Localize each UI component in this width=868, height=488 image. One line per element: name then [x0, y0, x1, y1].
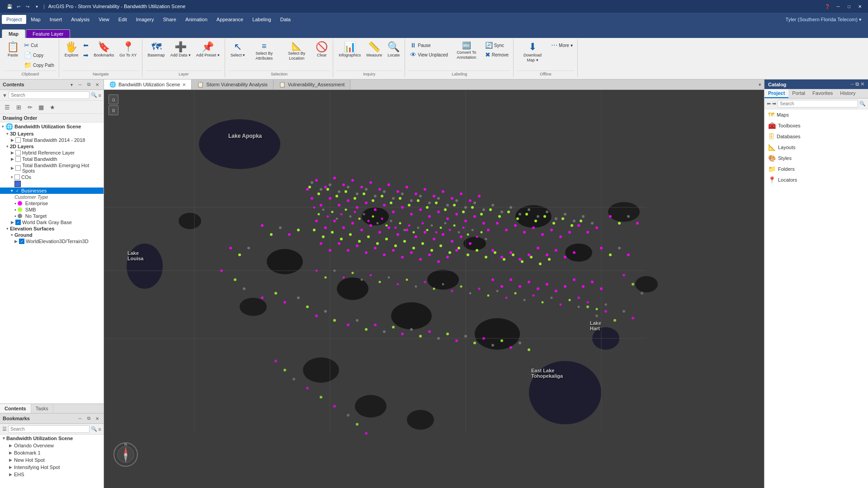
clear-btn[interactable]: 🚫 Clear	[313, 41, 330, 59]
view-unplaced-btn[interactable]: 👁 View Unplaced	[408, 50, 450, 59]
back-btn[interactable]: ⬅	[81, 41, 90, 50]
contents-float-btn[interactable]: ⧉	[85, 81, 92, 88]
catalog-search-icon[interactable]: 🔍	[859, 101, 866, 107]
menu-edit[interactable]: Edit	[114, 15, 132, 24]
qa-save[interactable]: 💾	[5, 2, 14, 10]
tab-bandwidth-scene[interactable]: 🌐 Bandwidth Utilization Scene ✕	[104, 80, 192, 89]
bookmarks-menu-icon[interactable]: ≡	[99, 427, 101, 432]
minimize-btn[interactable]: ─	[834, 2, 843, 10]
locate-btn[interactable]: 🔍 Locate	[385, 41, 402, 59]
ct-chart-btn[interactable]: ★	[47, 102, 57, 112]
catalog-styles[interactable]: 🎨 Styles	[764, 153, 868, 164]
bookmark-bookmark1[interactable]: ▶ Bookmark 1	[0, 449, 104, 456]
tab-tasks[interactable]: Tasks	[31, 404, 53, 413]
ct-table-btn[interactable]: ▦	[36, 102, 46, 112]
explore-btn[interactable]: 🖐 Explore	[62, 41, 81, 59]
expand-icon-hr[interactable]: ▶	[11, 150, 14, 155]
catalog-tab-project[interactable]: Project	[764, 89, 788, 98]
catalog-folders[interactable]: 📁 Folders	[764, 164, 868, 174]
copy-btn[interactable]: 📄 Copy	[22, 51, 56, 60]
remove-btn[interactable]: ✖ Remove	[483, 50, 510, 59]
catalog-minimize-btn[interactable]: ─	[850, 81, 854, 87]
cut-btn[interactable]: ✂ Cut	[22, 41, 56, 50]
layer-check-tb2[interactable]	[15, 156, 21, 162]
nav-home-btn[interactable]: ⌂	[108, 94, 118, 104]
paste-btn[interactable]: 📋 Paste	[5, 41, 21, 59]
expand-icon-gr[interactable]: ▾	[11, 233, 13, 237]
expand-icon-tbh[interactable]: ▶	[11, 166, 14, 170]
forward-btn[interactable]: ➡	[81, 51, 90, 60]
expand-icon-tb2[interactable]: ▶	[11, 157, 14, 161]
contents-close-btn[interactable]: ✕	[94, 81, 101, 88]
menu-imagery[interactable]: Imagery	[132, 15, 159, 24]
expand-icon-tbw[interactable]: ▶	[11, 138, 14, 142]
layer-check-hr[interactable]	[15, 150, 21, 155]
expand-icon[interactable]: ▾	[2, 124, 4, 129]
bookmark-new-hot-spot[interactable]: ▶ New Hot Spot	[0, 456, 104, 464]
catalog-back-icon[interactable]: ⬅	[767, 101, 771, 107]
catalog-toolboxes[interactable]: 🧰 Toolboxes	[764, 120, 868, 131]
layer-hybrid-ref[interactable]: ▶ Hybrid Reference Layer	[0, 150, 104, 156]
qa-undo[interactable]: ↩	[14, 2, 23, 10]
maximize-btn[interactable]: □	[844, 2, 854, 10]
bookmark-ehs[interactable]: ▶ EHS	[0, 471, 104, 478]
bookmarks-minimize-btn[interactable]: ─	[76, 415, 84, 422]
catalog-tab-favorites[interactable]: Favorites	[809, 89, 836, 98]
ct-edit-btn[interactable]: ✏	[25, 102, 35, 112]
catalog-layouts[interactable]: 📐 Layouts	[764, 142, 868, 153]
menu-labeling[interactable]: Labeling	[248, 15, 276, 24]
tab-contents[interactable]: Contents	[0, 404, 31, 413]
qa-more[interactable]: ▾	[33, 2, 41, 10]
menu-insert[interactable]: Insert	[45, 15, 67, 24]
layer-3d-layers[interactable]: ▾ 3D Layers	[0, 131, 104, 137]
menu-share[interactable]: Share	[159, 15, 181, 24]
add-data-btn[interactable]: ➕ Add Data ▾	[168, 41, 193, 59]
layer-bandwidth-scene[interactable]: ▾ 🌐 Bandwidth Utilization Scene	[0, 122, 104, 131]
contents-search-icon[interactable]: 🔍	[91, 92, 97, 98]
catalog-maps[interactable]: 🗺 Maps	[764, 109, 868, 120]
copy-path-btn[interactable]: 📁 Copy Path	[22, 61, 56, 70]
catalog-tab-history[interactable]: History	[836, 89, 859, 98]
select-location-btn[interactable]: 📐 Select By Location	[281, 41, 312, 62]
contents-minimize-btn[interactable]: ─	[76, 81, 84, 88]
layer-businesses[interactable]: ▾ ✓ Businesses	[0, 188, 104, 194]
menu-data[interactable]: Data	[276, 15, 295, 24]
expand-icon-biz[interactable]: ▾	[11, 188, 13, 193]
menu-view[interactable]: View	[94, 15, 114, 24]
map-compass[interactable]: N	[113, 442, 138, 467]
layer-check-tbw[interactable]	[15, 137, 21, 143]
bookmark-orlando-overview[interactable]: ▶ Orlando Overview	[0, 442, 104, 449]
nav-dots-btn[interactable]: ⁞⁞	[108, 105, 118, 115]
infographics-btn[interactable]: 📊 Infographics	[336, 41, 363, 59]
go-to-xy-btn[interactable]: 📍 Go To XY	[117, 41, 139, 59]
menu-appearance[interactable]: Appearance	[212, 15, 248, 24]
layer-check-wd[interactable]: ✓	[15, 220, 21, 225]
bookmarks-search-icon[interactable]: 🔍	[91, 426, 97, 432]
expand-icon-wd[interactable]: ▶	[11, 220, 14, 225]
sync-btn[interactable]: 🔄 Sync	[483, 41, 510, 50]
contents-search-options-icon[interactable]: ≡	[99, 93, 101, 98]
basemap-btn[interactable]: 🗺 Basemap	[146, 41, 167, 59]
qa-redo[interactable]: ↪	[24, 2, 32, 10]
expand-icon-we[interactable]: ▶	[14, 239, 18, 244]
select-btn[interactable]: ↖ Select ▾	[228, 41, 248, 59]
catalog-databases[interactable]: 🗄 Databases	[764, 131, 868, 142]
expand-icon-es[interactable]: ▾	[6, 226, 9, 231]
expand-icon-3d[interactable]: ▾	[6, 131, 9, 136]
measure-btn[interactable]: 📏 Measure	[364, 41, 384, 59]
ct-grid-btn[interactable]: ⊞	[14, 102, 24, 112]
layer-check-cos[interactable]	[14, 174, 20, 180]
catalog-locators[interactable]: 📍 Locators	[764, 174, 868, 185]
layer-check-we[interactable]: ✓	[19, 239, 24, 244]
expand-icon-2d[interactable]: ▾	[6, 144, 9, 149]
layer-world-dark[interactable]: ▶ ✓ World Dark Gray Base	[0, 219, 104, 225]
catalog-close-btn[interactable]: ✕	[860, 81, 864, 87]
layer-check-biz[interactable]: ✓	[14, 188, 20, 193]
add-preset-btn[interactable]: 📌 Add Preset ▾	[194, 41, 222, 59]
help-btn[interactable]: ❓	[823, 2, 832, 10]
layer-ground[interactable]: ▾ Ground	[0, 232, 104, 238]
bookmarks-btn[interactable]: 🔖 Bookmarks	[91, 41, 116, 59]
tab-close-icon[interactable]: ✕	[182, 82, 186, 87]
select-attributes-btn[interactable]: ≡ Select By Attributes	[248, 41, 280, 62]
window-controls[interactable]: ❓ ─ □ ✕	[823, 2, 864, 10]
